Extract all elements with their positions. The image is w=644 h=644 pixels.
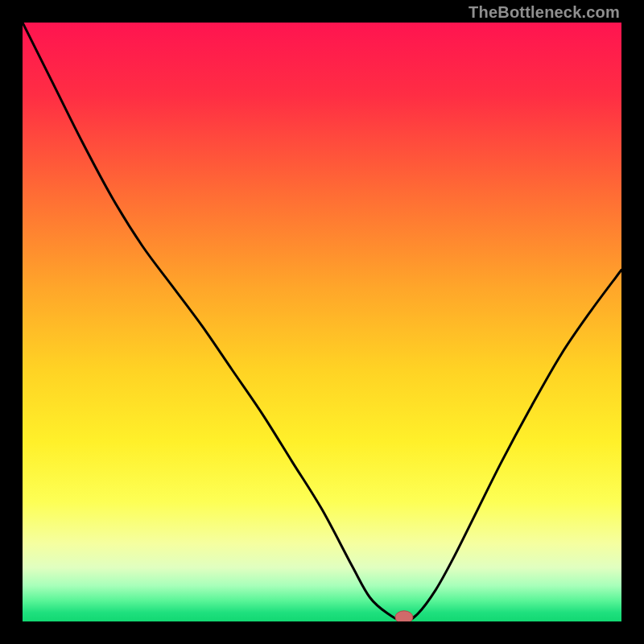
optimal-marker xyxy=(395,611,413,621)
chart-frame: TheBottleneck.com xyxy=(0,0,644,644)
curve-layer xyxy=(23,23,621,621)
watermark-text: TheBottleneck.com xyxy=(469,3,620,22)
bottleneck-curve xyxy=(23,23,621,621)
plot-area xyxy=(23,23,621,621)
